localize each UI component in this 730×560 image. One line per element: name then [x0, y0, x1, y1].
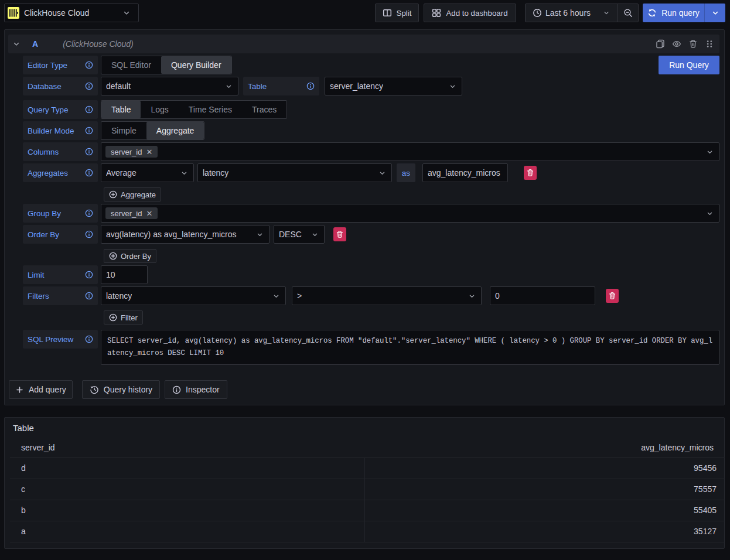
column-header-server-id[interactable]: server_id	[10, 438, 364, 457]
filter-value-input[interactable]: 0	[490, 286, 595, 305]
order-by-label: Order By	[23, 225, 98, 244]
remove-tag-icon[interactable]: ✕	[146, 209, 152, 218]
info-circle-icon[interactable]	[306, 82, 315, 90]
cell-server-id[interactable]: d	[10, 457, 364, 479]
column-header-avg-latency[interactable]: avg_latency_micros	[364, 438, 725, 457]
radio-option-traces[interactable]: Traces	[242, 101, 286, 118]
split-label: Split	[397, 9, 412, 18]
zoom-out-time-button[interactable]	[617, 4, 638, 22]
time-picker-group: Last 6 hours	[525, 4, 639, 22]
add-order-by-row: Order By	[104, 249, 719, 263]
builder-mode-radio-group: Simple Aggregate	[101, 121, 204, 140]
sql-line: SELECT server_id, avg(latency) as avg_la…	[107, 335, 713, 347]
disable-query-icon[interactable]	[672, 39, 681, 49]
info-circle-icon[interactable]	[85, 230, 93, 238]
table-row: d 95456	[10, 457, 725, 479]
remove-order-by-button[interactable]	[333, 227, 346, 241]
run-query-button[interactable]: Run query	[643, 4, 704, 22]
info-circle-icon[interactable]	[85, 127, 93, 135]
chevron-down-icon	[711, 9, 719, 17]
query-type-radio-group: Table Logs Time Series Traces	[101, 100, 287, 119]
add-order-by-button[interactable]: Order By	[104, 249, 156, 263]
cell-server-id[interactable]: c	[10, 479, 364, 500]
table-select[interactable]: server_latency	[325, 77, 462, 95]
remove-query-icon[interactable]	[688, 39, 698, 49]
cell-avg-latency[interactable]: 95456	[364, 457, 725, 479]
add-to-dashboard-button[interactable]: Add to dashboard	[424, 4, 516, 22]
builder-mode-label: Builder Mode	[23, 121, 98, 140]
info-circle-icon[interactable]	[85, 105, 93, 114]
inspector-button[interactable]: Inspector	[165, 380, 227, 399]
chevron-down-icon	[225, 83, 233, 90]
columns-label: Columns	[23, 142, 98, 161]
group-by-multiselect[interactable]: server_id ✕	[101, 204, 719, 223]
split-button[interactable]: Split	[375, 4, 419, 22]
run-query-interval-dropdown[interactable]	[704, 4, 725, 22]
cell-server-id[interactable]: a	[10, 521, 364, 542]
radio-option-query-builder[interactable]: Query Builder	[161, 56, 231, 74]
add-to-dashboard-label: Add to dashboard	[446, 9, 507, 18]
order-direction-select[interactable]: DESC	[274, 225, 325, 244]
info-circle-icon[interactable]	[85, 209, 93, 217]
aggregate-function-select[interactable]: Average	[101, 163, 194, 182]
info-circle-icon[interactable]	[85, 335, 93, 343]
run-query-split-button: Run query	[643, 4, 725, 22]
selected-group-by-tag[interactable]: server_id ✕	[105, 207, 158, 219]
results-table: server_id avg_latency_micros d 95456 c 7…	[10, 438, 725, 542]
cell-avg-latency[interactable]: 35127	[364, 521, 725, 542]
radio-option-time-series[interactable]: Time Series	[179, 101, 242, 118]
radio-option-sql-editor[interactable]: SQL Editor	[101, 56, 161, 74]
editor-type-label: Editor Type	[23, 56, 98, 74]
duplicate-query-icon[interactable]	[656, 39, 665, 49]
editor-type-radio-group: SQL Editor Query Builder	[101, 56, 232, 74]
cell-avg-latency[interactable]: 55405	[364, 500, 725, 521]
chevron-down-icon	[122, 9, 131, 17]
database-select[interactable]: default	[101, 77, 238, 95]
drag-handle-icon[interactable]	[705, 39, 714, 49]
datasource-picker[interactable]: ClickHouse Cloud	[4, 4, 139, 22]
aggregate-column-select[interactable]: latency	[197, 163, 392, 182]
time-range-button[interactable]: Last 6 hours	[526, 4, 617, 22]
sql-line: atency_micros DESC LIMIT 10	[107, 347, 713, 360]
group-by-label: Group By	[23, 204, 98, 223]
radio-option-logs[interactable]: Logs	[141, 101, 178, 118]
info-circle-icon[interactable]	[85, 169, 93, 177]
info-circle-icon[interactable]	[85, 148, 93, 156]
plus-circle-icon	[109, 190, 117, 199]
info-circle-icon[interactable]	[85, 61, 93, 69]
radio-option-simple[interactable]: Simple	[101, 122, 146, 139]
cell-server-id[interactable]: b	[10, 500, 364, 521]
chevron-down-icon	[706, 210, 714, 217]
remove-filter-button[interactable]	[606, 289, 619, 303]
query-history-button[interactable]: Query history	[82, 380, 160, 399]
add-aggregate-button[interactable]: Aggregate	[104, 187, 161, 202]
info-circle-icon[interactable]	[85, 292, 93, 300]
add-query-button[interactable]: Add query	[9, 380, 73, 399]
aggregate-alias-input[interactable]: avg_latency_micros	[422, 163, 508, 182]
limit-input[interactable]: 10	[101, 265, 148, 284]
filter-column-select[interactable]: latency	[101, 286, 286, 305]
columns-multiselect[interactable]: server_id ✕	[101, 142, 719, 161]
order-by-field-select[interactable]: avg(latency) as avg_latency_micros	[101, 225, 270, 244]
selected-column-tag[interactable]: server_id ✕	[105, 146, 158, 158]
table-label: Table	[243, 77, 319, 95]
remove-aggregate-button[interactable]	[524, 166, 537, 180]
remove-tag-icon[interactable]: ✕	[146, 148, 152, 156]
query-ref-id[interactable]: A	[32, 39, 38, 49]
add-aggregate-row: Aggregate	[104, 187, 719, 202]
table-row: a 35127	[10, 521, 725, 542]
editor-run-query-button[interactable]: Run Query	[659, 56, 719, 74]
radio-option-table[interactable]: Table	[101, 101, 141, 118]
chevron-down-icon	[706, 148, 714, 156]
group-by-row: Group By server_id ✕	[23, 204, 719, 223]
cell-avg-latency[interactable]: 75557	[364, 479, 725, 500]
sql-preview-label: SQL Preview	[23, 330, 98, 349]
plus-circle-icon	[109, 313, 117, 322]
add-filter-button[interactable]: Filter	[104, 310, 143, 325]
info-circle-icon[interactable]	[85, 82, 93, 90]
info-circle-icon[interactable]	[85, 271, 93, 279]
filter-operator-select[interactable]: >	[292, 286, 482, 305]
history-icon	[90, 385, 99, 394]
radio-option-aggregate[interactable]: Aggregate	[146, 122, 204, 139]
collapse-query-icon[interactable]	[11, 40, 22, 48]
